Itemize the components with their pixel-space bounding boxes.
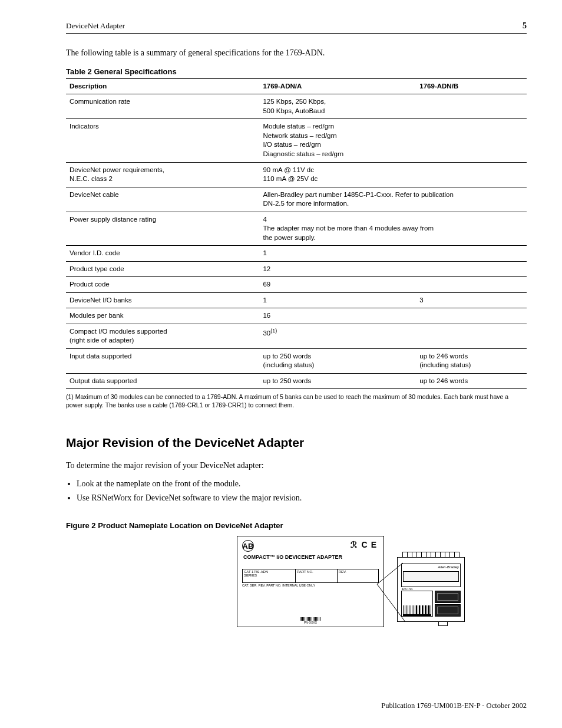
device-tab-icon [438, 622, 448, 626]
table-cell-value-merged: 125 Kbps, 250 Kbps, 500 Kbps, AutoBaud [259, 94, 527, 119]
footnote-marker: (1) [270, 328, 277, 334]
device-port1-icon [435, 591, 461, 603]
section-intro: To determine the major revision of your … [66, 460, 527, 472]
table-row: Compact I/O modules supported (right sid… [66, 324, 527, 348]
table-cell-value-merged: 4 The adapter may not be more than 4 mod… [259, 212, 527, 246]
spec-table: Description 1769-ADN/A 1769-ADN/B Commun… [66, 78, 527, 389]
device-slot-icon: ADN 1769 [401, 591, 433, 617]
nameplate-label: AB ℛ C E COMPACT™ I/O DEVICENET ADAPTER … [237, 536, 384, 627]
nameplate-rev-lbl: REV. [339, 570, 346, 574]
certification-marks: ℛ C E [351, 540, 378, 549]
table-footnote: (1) Maximum of 30 modules can be connect… [66, 393, 527, 409]
table-row: IndicatorsModule status – red/grn Networ… [66, 119, 527, 162]
device-tiny-nameplate [403, 571, 459, 582]
table-row: Communication rate125 Kbps, 250 Kbps, 50… [66, 94, 527, 119]
table-cell-adn-a: up to 250 words (including status) [259, 348, 416, 373]
table-cell-description: Indicators [66, 119, 259, 162]
table-cell-value-merged: Allen-Bradley part number 1485C-P1-Cxxx.… [259, 187, 527, 212]
table-row: DeviceNet power requirements, N.E.C. cla… [66, 162, 527, 187]
table-head-adn-b: 1769-ADN/B [416, 78, 527, 94]
table-head-description: Description [66, 78, 259, 94]
table-cell-description: Power supply distance rating [66, 212, 259, 246]
nameplate-product-title: COMPACT™ I/O DEVICENET ADAPTER [243, 554, 342, 560]
table-cell-description: Output data supported [66, 373, 259, 389]
barcode-icon: PN-XXXX [300, 617, 321, 624]
adapter-device-drawing: Allen-Bradley ADN 1769 [397, 557, 465, 622]
bullet-rsnetworx: Use RSNetWorx for DeviceNet software to … [77, 492, 527, 505]
table-cell-description: Modules per bank [66, 308, 259, 324]
intro-paragraph: The following table is a summary of gene… [66, 48, 527, 59]
table-cell-description: Input data supported [66, 348, 259, 373]
header-title: DeviceNet Adapter [66, 21, 125, 31]
table-cell-description: Product type code [66, 261, 259, 277]
table-cell-value-merged: 90 mA @ 11V dc 110 mA @ 25V dc [259, 162, 527, 187]
header-page-number: 5 [523, 21, 527, 31]
table-cell-description: Compact I/O modules supported (right sid… [66, 324, 259, 348]
table-cell-adn-b: up to 246 words (including status) [416, 348, 527, 373]
table-cell-value-merged: 69 [259, 277, 527, 293]
table-cell-value-merged: Module status – red/grn Network status –… [259, 119, 527, 162]
nameplate-series-lbl: SERIES [244, 574, 294, 577]
table-row: DeviceNet cableAllen-Bradley part number… [66, 187, 527, 212]
table-cell-description: Communication rate [66, 94, 259, 119]
table-cell-description: DeviceNet I/O banks [66, 292, 259, 308]
table-row: Modules per bank16 [66, 308, 527, 324]
table-cell-value-merged: 16 [259, 308, 527, 324]
table-row: Power supply distance rating4 The adapte… [66, 212, 527, 246]
table-row: Input data supportedup to 250 words (inc… [66, 348, 527, 373]
section-title: Major Revision of the DeviceNet Adapter [66, 436, 527, 450]
table-row: Product code69 [66, 277, 527, 293]
table-row: DeviceNet I/O banks13 [66, 292, 527, 308]
nameplate-partno-lbl: PART NO. [297, 570, 313, 574]
table-cell-description: DeviceNet cable [66, 187, 259, 212]
table-cell-adn-b: up to 246 words [416, 373, 527, 389]
device-port2-icon [435, 604, 461, 617]
table-cell-value-merged: 12 [259, 261, 527, 277]
table-cell-adn-a: 1 [259, 292, 416, 308]
bullet-nameplate: Look at the nameplate on the front of th… [77, 477, 527, 490]
table-cell-value-merged: 1 [259, 246, 527, 262]
figure-wrap: AB ℛ C E COMPACT™ I/O DEVICENET ADAPTER … [237, 536, 527, 627]
device-slot-label: ADN 1769 [402, 588, 412, 591]
table-cell-description: Vendor I.D. code [66, 246, 259, 262]
table-title: Table 2 General Specifications [66, 67, 527, 76]
footer-publication: Publication 1769-UM001B-EN-P - October 2… [381, 701, 527, 710]
barcode-text: PN-XXXX [300, 621, 321, 624]
table-cell-description: DeviceNet power requirements, N.E.C. cla… [66, 162, 259, 187]
table-cell-adn-a: up to 250 words [259, 373, 416, 389]
table-head-adn-a: 1769-ADN/A [259, 78, 416, 94]
table-cell-description: Product code [66, 277, 259, 293]
table-row: Output data supportedup to 250 wordsup t… [66, 373, 527, 389]
table-row: Vendor I.D. code1 [66, 246, 527, 262]
table-cell-value-merged: 30(1) [259, 324, 527, 348]
figure-title: Figure 2 Product Nameplate Location on D… [66, 521, 527, 530]
device-brand-text: Allen-Bradley [403, 565, 459, 569]
ab-logo-icon: AB [242, 540, 254, 552]
nameplate-row-labels: CAT. SER. REV. PART NO. INTERNAL USE ONL… [242, 584, 379, 587]
table-cell-adn-b: 3 [416, 292, 527, 308]
table-row: Product type code12 [66, 261, 527, 277]
